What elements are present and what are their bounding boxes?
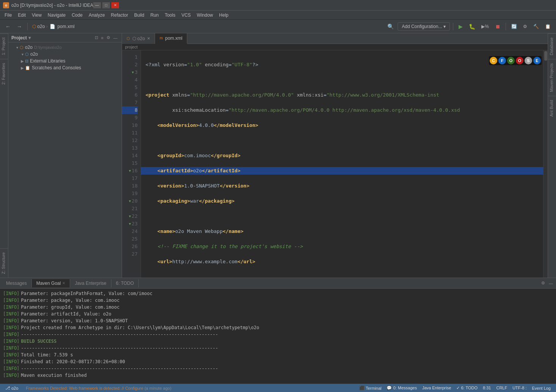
line-10: <packaging>war</packaging> [146, 197, 539, 205]
forward-button[interactable]: → [14, 22, 24, 31]
tree-item-scratches[interactable]: ▶ 📋 Scratches and Consoles [8, 64, 122, 71]
project-title-arrow[interactable]: ▾ [28, 35, 31, 41]
menu-code[interactable]: Code [69, 12, 86, 19]
line-6 [146, 137, 539, 144]
menu-edit[interactable]: Edit [15, 12, 29, 19]
bottom-minimize-button[interactable]: — [547, 280, 554, 286]
line-num-23: ▼23 [122, 220, 138, 228]
tab-o2o-icon: ⬡ [127, 36, 130, 41]
scroll-thumb[interactable] [544, 51, 547, 61]
project-folder-icon: ⬡ [20, 45, 23, 50]
menu-refactor[interactable]: Refactor [108, 12, 131, 19]
minimize-button[interactable]: — [93, 2, 101, 8]
hide-panel-button[interactable]: — [112, 35, 119, 41]
line-num-4: 4 [122, 76, 138, 84]
git-branch-status[interactable]: ⎇ o2o [3, 386, 20, 390]
java-enterprise-tab[interactable]: Java Enterprise [70, 279, 111, 287]
tab-o2o-close[interactable]: ✕ [147, 36, 150, 41]
opera-btn[interactable]: O [507, 57, 515, 64]
log-info-1: [INFO] [3, 290, 19, 297]
log-text-1: Parameter: packageInPathFormat, Value: c… [21, 290, 152, 297]
log-info-6: [INFO] [3, 324, 19, 331]
todo-tab[interactable]: 6: TODO [111, 279, 139, 287]
tab-pom-xml[interactable]: m pom.xml [155, 33, 187, 44]
line-num-9: 9 [122, 114, 138, 122]
line-col-status[interactable]: 8:31 [481, 386, 493, 390]
stop-button[interactable]: ⏹ [493, 22, 503, 31]
log-text-2: Parameter: package, Value: com.imooc [21, 297, 119, 304]
code-area[interactable]: <?xml version="1.0" encoding="UTF-8"?> <… [141, 50, 543, 278]
settings-button[interactable]: ⚙ [521, 23, 529, 30]
log-text-12: ----------------------------------------… [21, 365, 218, 372]
editor-content: 1 2 ▼3 4 5 6 7 8 9 10 11 12 13 14 15 ▼16… [122, 50, 548, 278]
log-line-9: [INFO] ---------------------------------… [3, 345, 553, 351]
chrome-btn[interactable]: C [490, 57, 497, 64]
back-button[interactable]: ← [3, 22, 13, 31]
tab-o2o[interactable]: ⬡ ⬡ o2o ✕ [122, 33, 155, 44]
maven-goal-tab[interactable]: Maven Goal ✕ [32, 279, 70, 287]
edge-btn[interactable]: E [533, 57, 541, 64]
favorites-panel-tab[interactable]: 2: Favorites [0, 59, 8, 88]
collapse-panel-button[interactable]: ≡ [100, 35, 105, 41]
menu-vcs[interactable]: VCS [179, 12, 194, 19]
log-text-4: Parameter: artifactId, Value: o2o [21, 311, 111, 317]
update-button[interactable]: 🔄 [509, 23, 519, 30]
search-everywhere-button[interactable]: 🔍 [385, 22, 396, 31]
line-8: <artifactId>o2o</artifactId> [141, 167, 543, 175]
menu-window[interactable]: Window [194, 12, 216, 19]
tree-toggle-libs[interactable]: ▶ [20, 58, 25, 64]
messages-tab[interactable]: Messages [2, 279, 32, 287]
bottom-settings-button[interactable]: ⚙ [540, 280, 547, 286]
maven-goal-tab-close[interactable]: ✕ [62, 281, 65, 285]
firefox-btn[interactable]: F [498, 57, 506, 64]
terminal-status[interactable]: ⬛ Terminal [357, 386, 384, 390]
tree-toggle-scratches[interactable]: ▶ [20, 65, 25, 70]
maximize-button[interactable]: □ [102, 2, 110, 8]
tree-toggle-module[interactable]: ▾ [20, 52, 25, 57]
frameworks-status[interactable]: Frameworks Detected: Web framework is de… [23, 386, 174, 390]
menu-file[interactable]: File [2, 12, 15, 19]
database-panel-tab[interactable]: Database [548, 33, 556, 59]
menu-run[interactable]: Run [147, 12, 162, 19]
add-configuration-button[interactable]: Add Configuration... ▾ [398, 22, 450, 31]
log-text-9: ----------------------------------------… [21, 345, 218, 351]
menu-analyze[interactable]: Analyze [86, 12, 108, 19]
build-artifacts-button[interactable]: 🔨 [531, 23, 541, 30]
opera2-btn[interactable]: O [516, 57, 523, 64]
close-button[interactable]: ✕ [111, 2, 119, 8]
tree-item-o2o-module[interactable]: ▾ ⬡ o2o [8, 51, 122, 58]
messages-status[interactable]: 💬 0: Messages [384, 386, 419, 390]
line-num-22: ▼22 [122, 212, 138, 220]
tree-toggle-root[interactable]: ▾ [14, 45, 20, 50]
ant-build-panel-tab[interactable]: Ant Build [548, 96, 556, 120]
event-log-status[interactable]: Event Log [529, 386, 553, 390]
tree-item-o2o-root[interactable]: ▾ ⬡ o2o D:\lymjava\o2o [8, 44, 122, 51]
menu-build[interactable]: Build [131, 12, 147, 19]
maven-projects-panel-tab[interactable]: Maven Projects [548, 59, 556, 96]
menu-tools[interactable]: Tools [162, 12, 179, 19]
menu-navigate[interactable]: Navigate [45, 12, 69, 19]
project-panel-tab[interactable]: 1: Project [0, 33, 8, 59]
sync-panel-button[interactable]: ⊡ [94, 35, 99, 41]
debug-button[interactable]: 🐛 [467, 22, 478, 31]
log-line-1: [INFO] Parameter: packageInPathFormat, V… [3, 290, 553, 297]
java-enterprise-status-label: Java Enterprise [422, 386, 451, 390]
run-button[interactable]: ▶ [456, 22, 465, 31]
tree-item-external-libs[interactable]: ▶ ⊟ External Libraries [8, 58, 122, 64]
terminal-button[interactable]: 📋 [543, 23, 553, 30]
line-num-6: 6 [122, 91, 138, 99]
menu-view[interactable]: View [29, 12, 45, 19]
status-bar: ⎇ o2o Frameworks Detected: Web framework… [0, 384, 556, 392]
todo-status[interactable]: ✓ 6: TODO [454, 386, 480, 390]
safari-btn[interactable]: S [525, 57, 532, 64]
encoding-status[interactable]: UTF-8 : [510, 386, 529, 390]
settings-panel-button[interactable]: ⚙ [105, 35, 111, 41]
menu-help[interactable]: Help [216, 12, 232, 19]
run-with-coverage-button[interactable]: ▶% [479, 23, 491, 30]
crlf-status[interactable]: CRLF [494, 386, 509, 390]
structure-panel-tab[interactable]: Z: Structure [0, 248, 8, 278]
toolbar-separator-2 [453, 23, 453, 30]
java-enterprise-status[interactable]: Java Enterprise [420, 386, 453, 390]
right-scroll-indicator[interactable] [543, 50, 548, 278]
browser-buttons-overlay: C F O O S E [489, 56, 542, 65]
